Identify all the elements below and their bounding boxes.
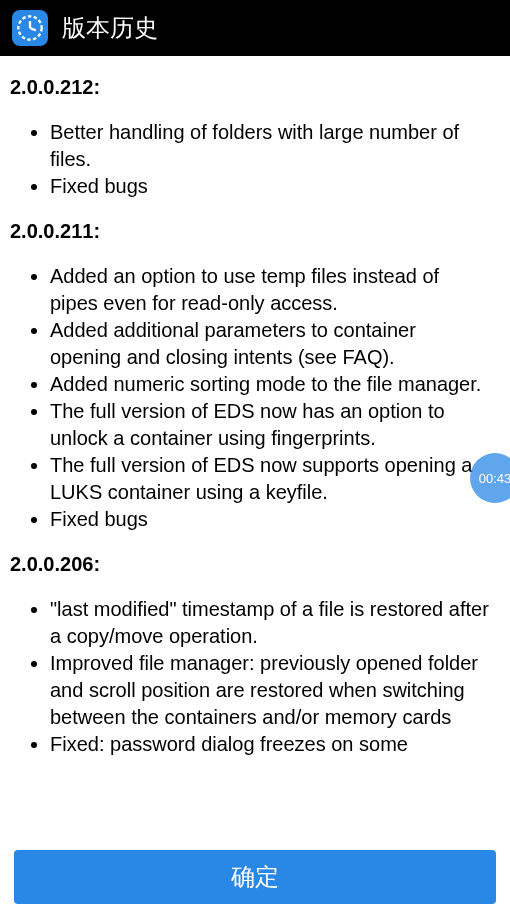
changelog-item: The full version of EDS now has an optio… [50,398,500,452]
changelog-item: Added numeric sorting mode to the file m… [50,371,500,398]
version-header: 2.0.0.212: [10,74,500,101]
changelog-item: Improved file manager: previously opened… [50,650,500,731]
svg-line-2 [30,28,36,30]
version-header: 2.0.0.211: [10,218,500,245]
changelog-item: The full version of EDS now supports ope… [50,452,500,506]
content-scroll[interactable]: 2.0.0.212: Better handling of folders wi… [0,56,510,854]
changelog-list: Better handling of folders with large nu… [50,119,500,200]
changelog-item: Fixed bugs [50,173,500,200]
changelog-item: Added an option to use temp files instea… [50,263,500,317]
version-number: 2.0.0.206 [10,553,93,575]
app-icon [12,10,48,46]
changelog-item: Better handling of folders with large nu… [50,119,500,173]
version-number: 2.0.0.211 [10,220,93,242]
page-title: 版本历史 [62,12,158,44]
version-header: 2.0.0.206: [10,551,500,578]
confirm-button[interactable]: 确定 [14,850,496,904]
changelog-item: Added additional parameters to container… [50,317,500,371]
version-number: 2.0.0.212 [10,76,93,98]
header-bar: 版本历史 [0,0,510,56]
changelog-item: Fixed bugs [50,506,500,533]
changelog-item: "last modified" timestamp of a file is r… [50,596,500,650]
changelog-item: Fixed: password dialog freezes on some [50,731,500,758]
changelog-list: "last modified" timestamp of a file is r… [50,596,500,758]
changelog-list: Added an option to use temp files instea… [50,263,500,533]
